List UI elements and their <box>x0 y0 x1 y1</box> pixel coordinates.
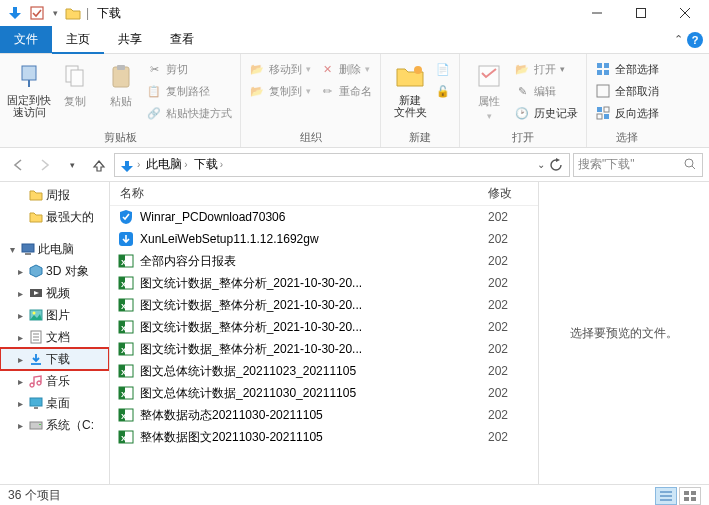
twisty-icon[interactable]: ▸ <box>14 310 26 321</box>
address-dropdown-icon[interactable]: ⌄ <box>537 159 545 170</box>
svg-rect-12 <box>597 63 602 68</box>
file-row[interactable]: Winrar_PCDownload70306202 <box>110 206 538 228</box>
invert-select-button[interactable]: 反向选择 <box>593 102 661 124</box>
twisty-icon[interactable]: ▾ <box>6 244 18 255</box>
help-icon[interactable]: ? <box>687 32 703 48</box>
group-clipboard: 固定到快 速访问 复制 粘贴 ✂剪切 📋复制路径 🔗粘贴快捷方式 剪贴板 <box>0 54 241 147</box>
tree-item-图片[interactable]: ▸图片 <box>0 304 109 326</box>
preview-pane: 选择要预览的文件。 <box>539 182 709 484</box>
select-none-button[interactable]: 全部取消 <box>593 80 661 102</box>
twisty-icon[interactable]: ▸ <box>14 288 26 299</box>
easy-access-button[interactable]: 🔓 <box>433 80 453 102</box>
twisty-icon[interactable]: ▸ <box>14 354 26 365</box>
tree-item-桌面[interactable]: ▸桌面 <box>0 392 109 414</box>
file-modified: 202 <box>488 320 538 334</box>
file-row[interactable]: X图文总体统计数据_20211023_20211105202 <box>110 360 538 382</box>
qat-checkbox-icon[interactable] <box>28 4 46 22</box>
select-all-button[interactable]: 全部选择 <box>593 58 661 80</box>
tab-home[interactable]: 主页 <box>52 26 104 54</box>
new-item-button[interactable]: 📄 <box>433 58 453 80</box>
tree-item-周报[interactable]: 周报 <box>0 184 109 206</box>
file-row[interactable]: X整体数据图文20211030-20211105202 <box>110 426 538 448</box>
search-input[interactable]: 搜索"下载" <box>573 153 703 177</box>
tree-item-系统（C:[interactable]: ▸系统（C: <box>0 414 109 436</box>
maximize-button[interactable] <box>619 0 663 26</box>
twisty-icon[interactable]: ▸ <box>14 266 26 277</box>
qat-dropdown-icon[interactable]: ▾ <box>50 4 60 22</box>
tab-file[interactable]: 文件 <box>0 26 52 53</box>
move-to-button[interactable]: 📂移动到▾ <box>247 58 313 80</box>
rename-button[interactable]: ✏重命名 <box>317 80 374 102</box>
new-folder-button[interactable]: 新建 文件夹 <box>387 56 433 118</box>
copy-path-button[interactable]: 📋复制路径 <box>144 80 234 102</box>
open-button[interactable]: 📂打开▾ <box>512 58 580 80</box>
tree-item-最强大的[interactable]: 最强大的 <box>0 206 109 228</box>
delete-button[interactable]: ✕删除▾ <box>317 58 374 80</box>
file-row[interactable]: X全部内容分日报表202 <box>110 250 538 272</box>
tree-item-3D 对象[interactable]: ▸3D 对象 <box>0 260 109 282</box>
navigation-pane[interactable]: 周报最强大的▾此电脑▸3D 对象▸视频▸图片▸文档▸下载▸音乐▸桌面▸系统（C: <box>0 182 110 484</box>
file-row[interactable]: X图文统计数据_整体分析_2021-10-30-20...202 <box>110 294 538 316</box>
tab-share[interactable]: 共享 <box>104 26 156 53</box>
excel-icon: X <box>118 363 134 379</box>
file-modified: 202 <box>488 386 538 400</box>
column-modified[interactable]: 修改 <box>488 185 538 202</box>
paste-button[interactable]: 粘贴 <box>98 56 144 109</box>
tree-item-文档[interactable]: ▸文档 <box>0 326 109 348</box>
tree-item-此电脑[interactable]: ▾此电脑 <box>0 238 109 260</box>
excel-icon: X <box>118 253 134 269</box>
tab-view[interactable]: 查看 <box>156 26 208 53</box>
paste-shortcut-button[interactable]: 🔗粘贴快捷方式 <box>144 102 234 124</box>
breadcrumb-item[interactable]: 此电脑› <box>144 156 189 173</box>
pin-quick-access-button[interactable]: 固定到快 速访问 <box>6 56 52 118</box>
minimize-button[interactable] <box>575 0 619 26</box>
file-row[interactable]: X图文统计数据_整体分析_2021-10-30-20...202 <box>110 338 538 360</box>
details-view-button[interactable] <box>655 487 677 505</box>
file-name: 图文统计数据_整体分析_2021-10-30-20... <box>140 275 482 292</box>
file-row[interactable]: X图文统计数据_整体分析_2021-10-30-20...202 <box>110 316 538 338</box>
svg-rect-71 <box>691 497 696 501</box>
properties-button[interactable]: 属性 ▾ <box>466 56 512 121</box>
file-row[interactable]: X整体数据动态20211030-20211105202 <box>110 404 538 426</box>
up-button[interactable] <box>87 153 111 177</box>
file-row[interactable]: XunLeiWebSetup11.1.12.1692gw202 <box>110 228 538 250</box>
refresh-icon[interactable] <box>549 158 563 172</box>
folder-root-icon[interactable]: › <box>117 158 142 172</box>
breadcrumb-bar[interactable]: › 此电脑› 下载› ⌄ <box>114 153 570 177</box>
forward-button[interactable] <box>33 153 57 177</box>
edit-button[interactable]: ✎编辑 <box>512 80 580 102</box>
twisty-icon[interactable]: ▸ <box>14 332 26 343</box>
tree-item-label: 最强大的 <box>46 209 94 226</box>
tree-item-下载[interactable]: ▸下载 <box>0 348 109 370</box>
ribbon-tabs: 文件 主页 共享 查看 ⌃ ? <box>0 26 709 54</box>
copy-button[interactable]: 复制 <box>52 56 98 109</box>
twisty-icon[interactable]: ▸ <box>14 398 26 409</box>
search-icon <box>684 158 698 172</box>
twisty-icon[interactable]: ▸ <box>14 376 26 387</box>
svg-rect-9 <box>117 65 125 70</box>
tree-item-视频[interactable]: ▸视频 <box>0 282 109 304</box>
back-button[interactable] <box>6 153 30 177</box>
copy-to-button[interactable]: 📂复制到▾ <box>247 80 313 102</box>
file-modified: 202 <box>488 408 538 422</box>
music-icon <box>28 373 44 389</box>
column-headers[interactable]: 名称 修改 <box>110 182 538 206</box>
breadcrumb-item[interactable]: 下载› <box>192 156 225 173</box>
file-modified: 202 <box>488 430 538 444</box>
file-list[interactable]: Winrar_PCDownload70306202XunLeiWebSetup1… <box>110 206 538 484</box>
close-button[interactable] <box>663 0 707 26</box>
recent-dropdown[interactable]: ▾ <box>60 153 84 177</box>
cut-button[interactable]: ✂剪切 <box>144 58 234 80</box>
svg-text:X: X <box>121 390 127 399</box>
svg-text:X: X <box>121 346 127 355</box>
history-button[interactable]: 🕑历史记录 <box>512 102 580 124</box>
file-row[interactable]: X图文统计数据_整体分析_2021-10-30-20...202 <box>110 272 538 294</box>
file-row[interactable]: X图文总体统计数据_20211030_20211105202 <box>110 382 538 404</box>
column-name[interactable]: 名称 <box>110 185 488 202</box>
ribbon-collapse-icon[interactable]: ⌃ <box>674 33 683 46</box>
group-organize: 📂移动到▾ 📂复制到▾ ✕删除▾ ✏重命名 组织 <box>241 54 381 147</box>
tree-item-label: 图片 <box>46 307 70 324</box>
tree-item-音乐[interactable]: ▸音乐 <box>0 370 109 392</box>
icons-view-button[interactable] <box>679 487 701 505</box>
twisty-icon[interactable]: ▸ <box>14 420 26 431</box>
